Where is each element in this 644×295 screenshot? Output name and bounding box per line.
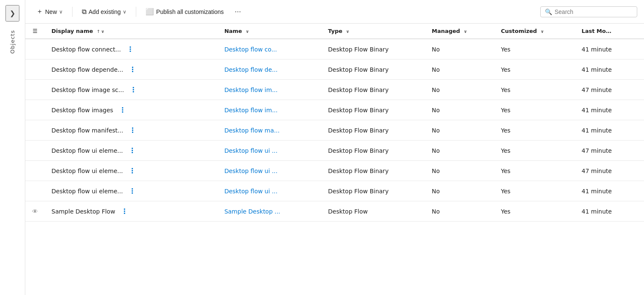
eye-icon: 👁 — [32, 208, 38, 215]
th-list-icon[interactable]: ☰ — [25, 24, 45, 39]
th-type-sort: ∨ — [346, 29, 349, 34]
sort-down-icon: ∨ — [101, 29, 104, 34]
row-name: Desktop flow ui ... — [218, 141, 321, 161]
add-existing-icon: ⧉ — [82, 8, 86, 16]
row-context-menu-button[interactable]: ⋮ — [116, 105, 129, 115]
display-name-text: Desktop flow ui eleme... — [51, 188, 123, 195]
row-name: Desktop flow im... — [218, 80, 321, 100]
th-type[interactable]: Type ∨ — [321, 24, 425, 39]
sort-down-icon-managed: ∨ — [463, 29, 467, 34]
th-display-name[interactable]: Display name ↑ ∨ — [45, 24, 218, 39]
th-managed[interactable]: Managed ∨ — [425, 24, 494, 39]
row-display-name: Desktop flow depende...⋮ — [45, 60, 218, 79]
row-display-name: Desktop flow ui eleme...⋮ — [45, 141, 218, 160]
row-customized: Yes — [494, 201, 575, 222]
row-last-modified: 41 minute — [575, 39, 644, 60]
display-name-text: Sample Desktop Flow — [51, 208, 115, 215]
row-icon-cell — [25, 161, 45, 181]
th-name-sort: ∨ — [245, 29, 249, 34]
toolbar: ＋ New ∨ ⧉ Add existing ∨ ⬜ Publish all c… — [25, 0, 644, 24]
sidebar-objects-label: Objects — [9, 30, 16, 54]
row-last-modified: 41 minute — [575, 100, 644, 120]
row-customized: Yes — [494, 100, 575, 120]
row-managed: No — [425, 120, 494, 141]
display-name-text: Desktop flow connect... — [51, 46, 121, 53]
row-type: Desktop Flow Binary — [321, 161, 425, 181]
row-managed: No — [425, 201, 494, 222]
row-context-menu-button[interactable]: ⋮ — [127, 85, 140, 95]
add-existing-button[interactable]: ⧉ Add existing ∨ — [78, 5, 131, 18]
th-customized[interactable]: Customized ∨ — [494, 24, 575, 39]
row-last-modified: 41 minute — [575, 181, 644, 201]
row-name: Desktop flow ui ... — [218, 181, 321, 201]
row-customized: Yes — [494, 161, 575, 181]
row-type: Desktop Flow Binary — [321, 120, 425, 141]
row-managed: No — [425, 80, 494, 100]
row-context-menu-button[interactable]: ⋮ — [126, 146, 138, 155]
sidebar-toggle-button[interactable]: ❯ — [5, 5, 19, 22]
row-type: Desktop Flow Binary — [321, 141, 425, 161]
row-name: Desktop flow ui ... — [218, 161, 321, 181]
search-input[interactable] — [555, 8, 633, 15]
row-display-name: Desktop flow ui eleme...⋮ — [45, 161, 218, 181]
row-context-menu-button[interactable]: ⋮ — [119, 206, 131, 216]
more-options-button[interactable]: ··· — [232, 5, 245, 19]
row-last-modified: 47 minute — [575, 80, 644, 100]
row-managed: No — [425, 141, 494, 161]
row-icon-cell — [25, 100, 45, 120]
table-row: Desktop flow manifest...⋮Desktop flow ma… — [25, 120, 644, 141]
row-type: Desktop Flow — [321, 201, 425, 222]
th-managed-label: Managed — [432, 28, 460, 34]
row-customized: Yes — [494, 39, 575, 60]
row-display-name: Sample Desktop Flow⋮ — [45, 201, 218, 221]
th-display-name-sort: ↑ ∨ — [97, 29, 105, 34]
row-icon-cell — [25, 80, 45, 100]
th-customized-label: Customized — [501, 28, 537, 34]
sort-down-icon-type: ∨ — [346, 29, 349, 34]
list-icon: ☰ — [32, 28, 38, 34]
row-icon-cell: 👁 — [25, 201, 45, 222]
row-customized: Yes — [494, 120, 575, 141]
row-name: Sample Desktop ... — [218, 201, 321, 222]
th-type-label: Type — [328, 28, 342, 34]
th-name[interactable]: Name ∨ — [218, 24, 321, 39]
display-name-text: Desktop flow manifest... — [51, 127, 123, 134]
row-context-menu-button[interactable]: ⋮ — [126, 166, 138, 176]
row-icon-cell — [25, 60, 45, 80]
row-type: Desktop Flow Binary — [321, 80, 425, 100]
row-icon-cell — [25, 181, 45, 201]
publish-button[interactable]: ⬜ Publish all customizations — [141, 5, 228, 18]
th-last-modified: Last Mo… — [575, 24, 644, 39]
display-name-text: Desktop flow images — [51, 107, 113, 114]
row-managed: No — [425, 161, 494, 181]
search-box[interactable]: 🔍 — [540, 6, 637, 17]
row-customized: Yes — [494, 141, 575, 161]
add-existing-chevron-icon: ∨ — [123, 9, 127, 15]
row-customized: Yes — [494, 60, 575, 80]
th-managed-sort: ∨ — [463, 29, 467, 34]
app-container: ❯ Objects ＋ New ∨ ⧉ Add existing ∨ ⬜ Pub… — [0, 0, 644, 295]
row-context-menu-button[interactable]: ⋮ — [124, 44, 137, 54]
row-display-name: Desktop flow images⋮ — [45, 100, 218, 120]
row-context-menu-button[interactable]: ⋮ — [127, 125, 139, 135]
row-type: Desktop Flow Binary — [321, 60, 425, 80]
row-display-name: Desktop flow image sc...⋮ — [45, 80, 218, 100]
table-row: Desktop flow ui eleme...⋮Desktop flow ui… — [25, 161, 644, 181]
new-label: New — [45, 8, 57, 15]
display-name-text: Desktop flow depende... — [51, 66, 123, 73]
table-container: ☰ Display name ↑ ∨ Name ∨ — [25, 24, 644, 295]
row-type: Desktop Flow Binary — [321, 100, 425, 120]
row-display-name: Desktop flow manifest...⋮ — [45, 120, 218, 140]
table-row: Desktop flow depende...⋮Desktop flow de.… — [25, 60, 644, 80]
new-button[interactable]: ＋ New ∨ — [32, 5, 67, 19]
row-context-menu-button[interactable]: ⋮ — [126, 186, 138, 196]
row-display-name: Desktop flow ui eleme...⋮ — [45, 181, 218, 201]
toolbar-separator-1 — [72, 7, 73, 17]
table-row: Desktop flow ui eleme...⋮Desktop flow ui… — [25, 181, 644, 201]
row-last-modified: 47 minute — [575, 141, 644, 161]
display-name-text: Desktop flow image sc... — [51, 87, 124, 93]
row-customized: Yes — [494, 181, 575, 201]
row-context-menu-button[interactable]: ⋮ — [127, 65, 139, 74]
plus-icon: ＋ — [36, 7, 43, 16]
row-customized: Yes — [494, 80, 575, 100]
